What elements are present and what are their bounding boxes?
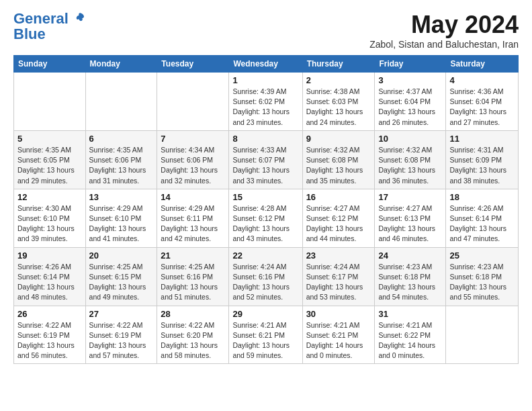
day-info: Sunrise: 4:21 AMSunset: 6:22 PMDaylight:…: [378, 320, 442, 361]
calendar-cell: 7Sunrise: 4:34 AMSunset: 6:06 PMDaylight…: [157, 130, 229, 189]
day-info: Sunrise: 4:33 AMSunset: 6:07 PMDaylight:…: [232, 145, 298, 186]
calendar-cell: [446, 306, 519, 364]
day-number: 7: [161, 134, 225, 144]
day-info: Sunrise: 4:35 AMSunset: 6:06 PMDaylight:…: [89, 145, 154, 186]
day-number: 5: [17, 134, 82, 144]
calendar-table: SundayMondayTuesdayWednesdayThursdayFrid…: [13, 55, 519, 364]
day-number: 15: [232, 192, 298, 202]
day-number: 28: [161, 309, 225, 319]
calendar-cell: 3Sunrise: 4:37 AMSunset: 6:04 PMDaylight…: [375, 73, 446, 131]
day-number: 27: [89, 309, 154, 319]
calendar-week-3: 12Sunrise: 4:30 AMSunset: 6:10 PMDayligh…: [14, 189, 519, 247]
day-info: Sunrise: 4:26 AMSunset: 6:14 PMDaylight:…: [449, 203, 515, 244]
calendar-cell: [157, 73, 229, 131]
calendar-cell: 15Sunrise: 4:28 AMSunset: 6:12 PMDayligh…: [229, 189, 302, 247]
col-header-monday: Monday: [85, 56, 157, 73]
day-info: Sunrise: 4:38 AMSunset: 6:03 PMDaylight:…: [306, 87, 371, 128]
header-row: SundayMondayTuesdayWednesdayThursdayFrid…: [14, 56, 519, 73]
col-header-sunday: Sunday: [14, 56, 86, 73]
day-info: Sunrise: 4:29 AMSunset: 6:11 PMDaylight:…: [161, 203, 225, 244]
day-info: Sunrise: 4:21 AMSunset: 6:21 PMDaylight:…: [306, 320, 371, 361]
page: General Blue May 2024 Zabol, Sistan and …: [0, 0, 532, 375]
day-info: Sunrise: 4:39 AMSunset: 6:02 PMDaylight:…: [232, 87, 298, 128]
day-number: 18: [449, 192, 515, 202]
calendar-cell: 11Sunrise: 4:31 AMSunset: 6:09 PMDayligh…: [446, 130, 519, 189]
day-info: Sunrise: 4:36 AMSunset: 6:04 PMDaylight:…: [449, 87, 515, 128]
day-info: Sunrise: 4:24 AMSunset: 6:16 PMDaylight:…: [232, 262, 298, 303]
day-info: Sunrise: 4:22 AMSunset: 6:19 PMDaylight:…: [17, 320, 82, 361]
day-info: Sunrise: 4:35 AMSunset: 6:05 PMDaylight:…: [17, 145, 82, 186]
logo-line: General: [13, 11, 86, 27]
calendar-cell: 23Sunrise: 4:24 AMSunset: 6:17 PMDayligh…: [302, 247, 375, 306]
calendar-week-4: 19Sunrise: 4:26 AMSunset: 6:14 PMDayligh…: [14, 247, 519, 306]
logo-text-general: General: [13, 11, 86, 27]
day-number: 16: [306, 192, 371, 202]
day-number: 24: [378, 250, 442, 261]
calendar-cell: 31Sunrise: 4:21 AMSunset: 6:22 PMDayligh…: [375, 306, 446, 364]
logo: General Blue: [13, 11, 86, 42]
day-info: Sunrise: 4:23 AMSunset: 6:18 PMDaylight:…: [449, 262, 515, 303]
logo-text-blue: Blue: [13, 27, 46, 42]
calendar-cell: 9Sunrise: 4:32 AMSunset: 6:08 PMDaylight…: [302, 130, 375, 189]
calendar-cell: 12Sunrise: 4:30 AMSunset: 6:10 PMDayligh…: [14, 189, 86, 247]
calendar-cell: 26Sunrise: 4:22 AMSunset: 6:19 PMDayligh…: [14, 306, 86, 364]
day-number: 10: [378, 134, 442, 144]
calendar-cell: 17Sunrise: 4:27 AMSunset: 6:13 PMDayligh…: [375, 189, 446, 247]
title-area: May 2024 Zabol, Sistan and Baluchestan, …: [369, 11, 519, 50]
calendar-cell: 20Sunrise: 4:25 AMSunset: 6:15 PMDayligh…: [85, 247, 157, 306]
day-info: Sunrise: 4:30 AMSunset: 6:10 PMDaylight:…: [17, 203, 82, 244]
day-number: 25: [449, 250, 515, 261]
day-number: 20: [89, 250, 154, 261]
day-number: 21: [161, 250, 225, 261]
day-info: Sunrise: 4:29 AMSunset: 6:10 PMDaylight:…: [89, 203, 154, 244]
header: General Blue May 2024 Zabol, Sistan and …: [13, 11, 519, 50]
day-info: Sunrise: 4:21 AMSunset: 6:21 PMDaylight:…: [232, 320, 298, 361]
calendar-cell: [14, 73, 86, 131]
day-number: 26: [17, 309, 82, 319]
logo-bird-icon: [74, 11, 86, 24]
day-info: Sunrise: 4:26 AMSunset: 6:14 PMDaylight:…: [17, 262, 82, 303]
calendar-cell: 14Sunrise: 4:29 AMSunset: 6:11 PMDayligh…: [157, 189, 229, 247]
day-number: 4: [449, 75, 515, 85]
col-header-friday: Friday: [375, 56, 446, 73]
calendar-cell: 19Sunrise: 4:26 AMSunset: 6:14 PMDayligh…: [14, 247, 86, 306]
calendar-cell: 21Sunrise: 4:25 AMSunset: 6:16 PMDayligh…: [157, 247, 229, 306]
day-info: Sunrise: 4:27 AMSunset: 6:12 PMDaylight:…: [306, 203, 371, 244]
day-info: Sunrise: 4:34 AMSunset: 6:06 PMDaylight:…: [161, 145, 225, 186]
col-header-wednesday: Wednesday: [229, 56, 302, 73]
day-info: Sunrise: 4:22 AMSunset: 6:20 PMDaylight:…: [161, 320, 225, 361]
location-subtitle: Zabol, Sistan and Baluchestan, Iran: [369, 39, 519, 50]
calendar-cell: 1Sunrise: 4:39 AMSunset: 6:02 PMDaylight…: [229, 73, 302, 131]
calendar-cell: 10Sunrise: 4:32 AMSunset: 6:08 PMDayligh…: [375, 130, 446, 189]
calendar-week-2: 5Sunrise: 4:35 AMSunset: 6:05 PMDaylight…: [14, 130, 519, 189]
calendar-cell: 27Sunrise: 4:22 AMSunset: 6:19 PMDayligh…: [85, 306, 157, 364]
day-number: 19: [17, 250, 82, 261]
calendar-cell: 8Sunrise: 4:33 AMSunset: 6:07 PMDaylight…: [229, 130, 302, 189]
calendar-cell: 4Sunrise: 4:36 AMSunset: 6:04 PMDaylight…: [446, 73, 519, 131]
day-info: Sunrise: 4:23 AMSunset: 6:18 PMDaylight:…: [378, 262, 442, 303]
day-info: Sunrise: 4:32 AMSunset: 6:08 PMDaylight:…: [378, 145, 442, 186]
day-number: 8: [232, 134, 298, 144]
day-number: 2: [306, 75, 371, 85]
day-info: Sunrise: 4:31 AMSunset: 6:09 PMDaylight:…: [449, 145, 515, 186]
day-number: 13: [89, 192, 154, 202]
calendar-cell: 6Sunrise: 4:35 AMSunset: 6:06 PMDaylight…: [85, 130, 157, 189]
day-number: 30: [306, 309, 371, 319]
day-number: 22: [232, 250, 298, 261]
day-info: Sunrise: 4:27 AMSunset: 6:13 PMDaylight:…: [378, 203, 442, 244]
calendar-cell: 25Sunrise: 4:23 AMSunset: 6:18 PMDayligh…: [446, 247, 519, 306]
calendar-cell: 13Sunrise: 4:29 AMSunset: 6:10 PMDayligh…: [85, 189, 157, 247]
calendar-cell: 24Sunrise: 4:23 AMSunset: 6:18 PMDayligh…: [375, 247, 446, 306]
col-header-saturday: Saturday: [446, 56, 519, 73]
day-info: Sunrise: 4:24 AMSunset: 6:17 PMDaylight:…: [306, 262, 371, 303]
day-number: 6: [89, 134, 154, 144]
day-info: Sunrise: 4:32 AMSunset: 6:08 PMDaylight:…: [306, 145, 371, 186]
day-info: Sunrise: 4:25 AMSunset: 6:15 PMDaylight:…: [89, 262, 154, 303]
day-number: 3: [378, 75, 442, 85]
calendar-cell: 28Sunrise: 4:22 AMSunset: 6:20 PMDayligh…: [157, 306, 229, 364]
day-info: Sunrise: 4:37 AMSunset: 6:04 PMDaylight:…: [378, 87, 442, 128]
calendar-cell: 5Sunrise: 4:35 AMSunset: 6:05 PMDaylight…: [14, 130, 86, 189]
day-number: 1: [232, 75, 298, 85]
day-info: Sunrise: 4:28 AMSunset: 6:12 PMDaylight:…: [232, 203, 298, 244]
logo-blue: General: [13, 10, 69, 27]
